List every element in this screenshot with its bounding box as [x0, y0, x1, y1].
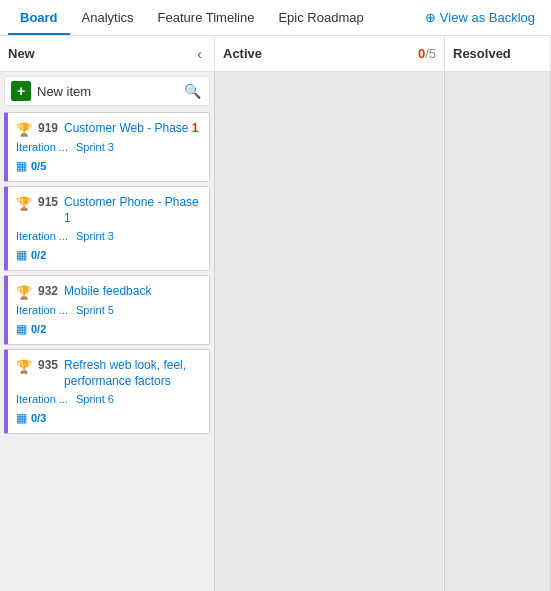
trophy-icon: 🏆 — [16, 359, 32, 374]
card-919-footer: ▦ 0/5 — [16, 159, 201, 173]
card-932-sprint: Sprint 5 — [76, 304, 114, 316]
card-915-meta: Iteration ... Sprint 3 — [16, 230, 201, 242]
card-935-title: Refresh web look, feel, performance fact… — [64, 358, 201, 389]
card-932-iteration: Iteration ... — [16, 304, 68, 316]
card-915-iteration: Iteration ... — [16, 230, 68, 242]
view-backlog-label: View as Backlog — [440, 10, 535, 25]
board-area: New ‹ Active 0/5 Resolved + New item 🔍 — [0, 36, 551, 591]
card-919-task-count: 0/5 — [31, 160, 46, 172]
card-915-title: Customer Phone - Phase 1 — [64, 195, 201, 226]
card-919-id: 919 — [38, 121, 58, 135]
column-header-active: Active 0/5 — [215, 36, 445, 71]
card-932-meta: Iteration ... Sprint 5 — [16, 304, 201, 316]
card-919-title: Customer Web - Phase 1 — [64, 121, 199, 137]
task-icon: ▦ — [16, 411, 27, 425]
column-header-new: New ‹ — [0, 36, 215, 71]
column-headers: New ‹ Active 0/5 Resolved — [0, 36, 551, 72]
task-icon: ▦ — [16, 159, 27, 173]
trophy-icon: 🏆 — [16, 122, 32, 137]
card-932-task-count: 0/2 — [31, 323, 46, 335]
card-915[interactable]: 🏆 915 Customer Phone - Phase 1 Iteration… — [4, 186, 210, 271]
columns-container: + New item 🔍 🏆 919 Customer Web - Phase … — [0, 72, 551, 591]
card-919-iteration: Iteration ... — [16, 141, 68, 153]
task-icon: ▦ — [16, 248, 27, 262]
card-932-id: 932 — [38, 284, 58, 298]
trophy-icon: 🏆 — [16, 285, 32, 300]
tab-feature-timeline[interactable]: Feature Timeline — [146, 2, 267, 35]
collapse-new-column-button[interactable]: ‹ — [193, 44, 206, 64]
column-active — [215, 72, 445, 591]
add-new-item-button[interactable]: + — [11, 81, 31, 101]
card-915-title-row: 🏆 915 Customer Phone - Phase 1 — [16, 195, 201, 226]
active-column-count: 0/5 — [418, 46, 436, 61]
card-935-sprint: Sprint 6 — [76, 393, 114, 405]
card-932-title-row: 🏆 932 Mobile feedback — [16, 284, 201, 300]
search-button[interactable]: 🔍 — [182, 81, 203, 101]
card-915-sprint: Sprint 3 — [76, 230, 114, 242]
column-header-resolved: Resolved — [445, 36, 551, 71]
card-935-title-row: 🏆 935 Refresh web look, feel, performanc… — [16, 358, 201, 389]
new-item-label: New item — [37, 84, 91, 99]
new-item-left: + New item — [11, 81, 91, 101]
card-935-task-count: 0/3 — [31, 412, 46, 424]
card-919-sprint: Sprint 3 — [76, 141, 114, 153]
new-column-title: New — [8, 46, 35, 61]
active-column-title: Active — [223, 46, 262, 61]
card-919-title-row: 🏆 919 Customer Web - Phase 1 — [16, 121, 201, 137]
card-935-meta: Iteration ... Sprint 6 — [16, 393, 201, 405]
tab-epic-roadmap[interactable]: Epic Roadmap — [266, 2, 375, 35]
active-count-denom: /5 — [425, 46, 436, 61]
column-new: + New item 🔍 🏆 919 Customer Web - Phase … — [0, 72, 215, 591]
column-resolved — [445, 72, 551, 591]
tab-board[interactable]: Board — [8, 2, 70, 35]
card-919[interactable]: 🏆 919 Customer Web - Phase 1 Iteration .… — [4, 112, 210, 182]
card-932-footer: ▦ 0/2 — [16, 322, 201, 336]
card-915-task-count: 0/2 — [31, 249, 46, 261]
card-915-footer: ▦ 0/2 — [16, 248, 201, 262]
circle-arrow-icon: ⊕ — [425, 10, 436, 25]
card-919-meta: Iteration ... Sprint 3 — [16, 141, 201, 153]
card-932-title: Mobile feedback — [64, 284, 151, 300]
card-932[interactable]: 🏆 932 Mobile feedback Iteration ... Spri… — [4, 275, 210, 345]
card-935-iteration: Iteration ... — [16, 393, 68, 405]
task-icon: ▦ — [16, 322, 27, 336]
card-935-id: 935 — [38, 358, 58, 372]
top-nav: Board Analytics Feature Timeline Epic Ro… — [0, 0, 551, 36]
new-item-toolbar: + New item 🔍 — [4, 76, 210, 106]
card-935-footer: ▦ 0/3 — [16, 411, 201, 425]
tab-analytics[interactable]: Analytics — [70, 2, 146, 35]
search-icon: 🔍 — [184, 83, 201, 99]
resolved-column-title: Resolved — [453, 46, 511, 61]
view-as-backlog-button[interactable]: ⊕ View as Backlog — [417, 6, 543, 29]
card-915-id: 915 — [38, 195, 58, 209]
trophy-icon: 🏆 — [16, 196, 32, 211]
card-935[interactable]: 🏆 935 Refresh web look, feel, performanc… — [4, 349, 210, 434]
